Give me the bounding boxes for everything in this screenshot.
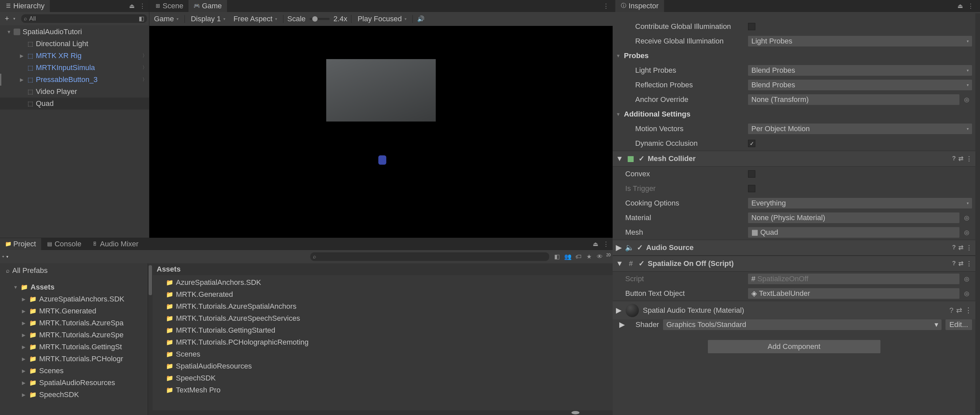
project-asset-item[interactable]: 📁Scenes xyxy=(153,348,612,360)
hierarchy-item[interactable]: ⬚Directional Light xyxy=(0,38,149,50)
hierarchy-item[interactable]: ⬚MRTKInputSimula〉 xyxy=(0,62,149,74)
section-header[interactable]: ▼Probes xyxy=(612,48,975,63)
section-header[interactable]: ▼Additional Settings xyxy=(612,107,975,121)
project-folder-item[interactable]: ▶📁MRTK.Generated xyxy=(0,305,148,317)
add-component-button[interactable]: Add Component xyxy=(708,340,880,353)
foldout-icon[interactable]: ▶ xyxy=(22,368,27,374)
project-zoom-slider[interactable] xyxy=(153,410,612,415)
component-enabled-checkbox[interactable]: ✓ xyxy=(638,259,644,268)
project-folder-item[interactable]: ▶📁SpatialAudioResources xyxy=(0,377,148,389)
display-dropdown[interactable]: Display 1▾ xyxy=(189,14,228,23)
object-field[interactable]: ▦Quad xyxy=(748,227,959,238)
dropdown-field[interactable]: Blend Probes▾ xyxy=(748,65,972,76)
project-asset-item[interactable]: 📁MRTK.Generated xyxy=(153,289,612,300)
menu-icon[interactable]: ⋮ xyxy=(602,240,610,248)
chevron-right-icon[interactable]: 〉 xyxy=(142,53,147,59)
hierarchy-item[interactable]: ▶⬚MRTK XR Rig〉 xyxy=(0,50,149,62)
preset-icon[interactable]: ⇄ xyxy=(958,244,963,251)
hierarchy-item[interactable]: ⬚Quad xyxy=(0,97,149,110)
project-search[interactable]: ⌕ xyxy=(310,252,549,261)
edit-shader-button[interactable]: Edit... xyxy=(945,319,972,330)
project-folder-item[interactable]: ▶📁SpeechSDK xyxy=(0,389,148,401)
object-field[interactable]: None (Transform) xyxy=(748,94,959,105)
foldout-icon[interactable]: ▶ xyxy=(619,320,625,329)
assets-root[interactable]: ▼ 📁 Assets xyxy=(0,281,148,293)
preset-icon[interactable]: ⇄ xyxy=(958,155,963,162)
checkbox[interactable] xyxy=(748,170,755,178)
game-view[interactable] xyxy=(150,26,612,238)
menu-icon[interactable]: ⋮ xyxy=(138,2,146,10)
component-header[interactable]: ▶🔈✓Audio Source?⇄⋮ xyxy=(612,240,975,255)
chevron-right-icon[interactable]: 〉 xyxy=(142,65,147,71)
project-asset-item[interactable]: 📁SpeechSDK xyxy=(153,372,612,384)
tab-game[interactable]: 🎮Game xyxy=(188,0,227,12)
project-folder-item[interactable]: ▶📁MRTK.Tutorials.GettingSt xyxy=(0,341,148,353)
menu-icon[interactable]: ⋮ xyxy=(966,155,972,162)
inspector-scrollbar[interactable] xyxy=(975,13,980,414)
hierarchy-item[interactable]: ⬚Video Player xyxy=(0,86,149,97)
foldout-icon[interactable]: ▼ xyxy=(616,53,621,58)
filter-type-icon[interactable]: 👥 xyxy=(564,253,572,261)
project-asset-item[interactable]: 📁MRTK.Tutorials.GettingStarted xyxy=(153,324,612,336)
scale-slider[interactable] xyxy=(310,18,329,20)
project-folder-item[interactable]: ▶📁AzureSpatialAnchors.SDK xyxy=(0,293,148,305)
foldout-icon[interactable]: ▼ xyxy=(13,284,18,290)
checkbox[interactable]: ✓ xyxy=(748,140,755,147)
foldout-icon[interactable]: ▶ xyxy=(616,306,622,315)
project-content[interactable]: Assets 📁AzureSpatialAnchors.SDK📁MRTK.Gen… xyxy=(153,263,612,415)
project-add-button[interactable]: + xyxy=(2,254,4,259)
add-dropdown[interactable]: ▾ xyxy=(13,16,20,21)
audio-icon[interactable]: 🔊 xyxy=(417,15,425,23)
hierarchy-tab[interactable]: ☰ Hierarchy xyxy=(0,0,50,12)
foldout-icon[interactable]: ▶ xyxy=(22,297,27,302)
object-picker-icon[interactable]: ◎ xyxy=(964,96,972,103)
chevron-right-icon[interactable]: 〉 xyxy=(142,77,147,83)
search-category-icon[interactable]: ◧ xyxy=(139,15,144,22)
foldout-icon[interactable]: ▼ xyxy=(616,259,623,268)
project-asset-item[interactable]: 📁SpatialAudioResources xyxy=(153,360,612,372)
project-tree[interactable]: ⌕ All Prefabs ▼ 📁 Assets ▶📁AzureSpatialA… xyxy=(0,263,148,415)
hierarchy-item[interactable]: ▶⬚PressableButton_3〉 xyxy=(0,74,149,86)
dropdown-field[interactable]: Light Probes▾ xyxy=(748,36,972,46)
foldout-icon[interactable]: ▶ xyxy=(22,356,27,362)
game-mode-dropdown[interactable]: Game▾ xyxy=(152,14,181,23)
add-button[interactable]: + xyxy=(2,14,12,23)
checkbox[interactable] xyxy=(748,185,755,192)
object-picker-icon[interactable]: ◎ xyxy=(964,229,972,236)
tab-scene[interactable]: ⊞Scene xyxy=(150,0,188,12)
project-asset-item[interactable]: 📁TextMesh Pro xyxy=(153,384,612,396)
hierarchy-list[interactable]: ▼SpatialAudioTutori⬚Directional Light▶⬚M… xyxy=(0,25,149,238)
project-asset-item[interactable]: 📁AzureSpatialAnchors.SDK xyxy=(153,276,612,289)
lock-icon[interactable]: ⏏ xyxy=(956,2,964,10)
object-picker-icon[interactable]: ◎ xyxy=(964,214,972,222)
dropdown-field[interactable]: Everything▾ xyxy=(748,198,972,209)
project-folder-item[interactable]: ▶📁MRTK.Tutorials.AzureSpe xyxy=(0,329,148,341)
preset-icon[interactable]: ⇄ xyxy=(956,306,962,315)
inspector-tab[interactable]: ⓘ Inspector xyxy=(615,0,664,12)
foldout-icon[interactable]: ▶ xyxy=(20,77,25,82)
search-category-icon[interactable]: ◧ xyxy=(553,253,561,261)
help-icon[interactable]: ? xyxy=(952,155,956,162)
foldout-icon[interactable]: ▶ xyxy=(22,332,27,338)
tab-audio-mixer[interactable]: 🎚Audio Mixer xyxy=(87,238,144,250)
shader-dropdown[interactable]: Graphics Tools/Standard▾ xyxy=(663,319,942,330)
tab-project[interactable]: 📁Project xyxy=(0,238,41,250)
project-asset-item[interactable]: 📁MRTK.Tutorials.PCHolographicRemoting xyxy=(153,336,612,348)
foldout-icon[interactable]: ▶ xyxy=(22,308,27,314)
foldout-icon[interactable]: ▼ xyxy=(6,29,11,35)
aspect-dropdown[interactable]: Free Aspect▾ xyxy=(231,14,279,23)
foldout-icon[interactable]: ▶ xyxy=(22,320,27,326)
menu-icon[interactable]: ⋮ xyxy=(965,306,972,315)
help-icon[interactable]: ? xyxy=(950,306,953,315)
project-asset-item[interactable]: 📁MRTK.Tutorials.AzureSpatialAnchors xyxy=(153,300,612,313)
foldout-icon[interactable]: ▼ xyxy=(616,112,621,117)
project-asset-item[interactable]: 📁MRTK.Tutorials.AzureSpeechServices xyxy=(153,313,612,324)
lock-icon[interactable]: ⏏ xyxy=(591,240,599,248)
panel-menu-icon[interactable]: ⋮ xyxy=(602,2,610,10)
menu-icon[interactable]: ⋮ xyxy=(966,244,972,251)
project-folder-item[interactable]: ▶📁MRTK.Tutorials.PCHologr xyxy=(0,353,148,365)
project-folder-item[interactable]: ▶📁Scenes xyxy=(0,365,148,377)
foldout-icon[interactable]: ▶ xyxy=(22,344,27,350)
foldout-icon[interactable]: ▼ xyxy=(616,154,623,163)
menu-icon[interactable]: ⋮ xyxy=(967,2,975,10)
